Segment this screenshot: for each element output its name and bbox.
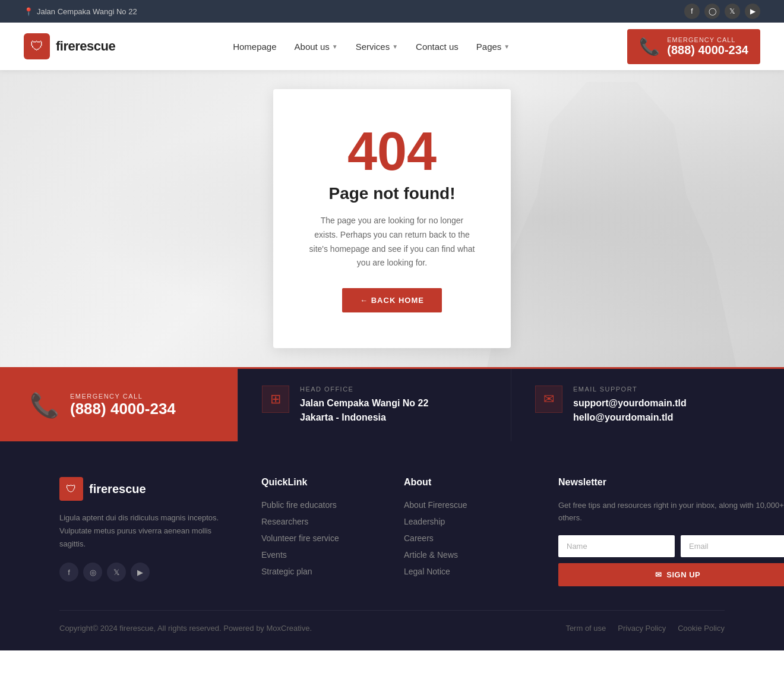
quicklink-3[interactable]: Events	[261, 550, 287, 560]
list-item: Events	[261, 549, 368, 560]
services-dropdown-icon: ▼	[392, 43, 398, 50]
quicklink-4[interactable]: Strategic plan	[261, 567, 312, 576]
footer-newsletter: Newsletter Get free tips and resources r…	[558, 477, 784, 586]
footer-facebook[interactable]: f	[59, 563, 78, 582]
nav-contact[interactable]: Contact us	[416, 25, 459, 68]
list-item: About Firerescue	[404, 500, 523, 510]
nav-pages[interactable]: Pages ▼	[476, 25, 510, 68]
footer-top: 🛡 firerescue Ligula aptent dui dis ridic…	[59, 477, 725, 586]
logo-text: firerescue	[56, 39, 115, 54]
footer-about: About About Firerescue Leadership Career…	[404, 477, 523, 586]
top-bar: 📍 Jalan Cempaka Wangi No 22 f ◯ 𝕏 ▶	[0, 0, 784, 23]
error-code: 404	[309, 125, 475, 178]
nav-homepage[interactable]: Homepage	[233, 25, 276, 68]
strip-emergency-label: EMERGENCY CALL	[70, 393, 176, 400]
bottom-legal-links: Term of use Privacy Policy Cookie Policy	[565, 624, 725, 633]
newsletter-input-row	[558, 535, 784, 557]
strip-emergency-number: (888) 4000-234	[70, 400, 176, 418]
error-title: Page not found!	[309, 184, 475, 203]
about-dropdown-icon: ▼	[332, 43, 338, 50]
about-link-4[interactable]: Legal Notice	[404, 567, 450, 576]
contact-offices: ⊞ HEAD OFFICE Jalan Cempaka Wangi No 22 …	[238, 369, 784, 441]
list-item: Strategic plan	[261, 566, 368, 577]
head-office-address: Jalan Cempaka Wangi No 22 Jakarta - Indo…	[300, 396, 428, 425]
list-item: Careers	[404, 533, 523, 544]
back-home-button[interactable]: ← BACK HOME	[342, 288, 442, 312]
terms-link[interactable]: Term of use	[565, 624, 606, 633]
quicklink-2[interactable]: Volunteer fire service	[261, 533, 339, 543]
emergency-strip: 📞 EMERGENCY CALL (888) 4000-234	[0, 369, 238, 441]
list-item: Legal Notice	[404, 566, 523, 577]
list-item: Article & News	[404, 549, 523, 560]
footer-instagram[interactable]: ◎	[83, 563, 102, 582]
quicklinks-list: Public fire educators Researchers Volunt…	[261, 500, 368, 577]
footer-description: Ligula aptent dui dis ridiculus magnis i…	[59, 511, 226, 551]
cookie-link[interactable]: Cookie Policy	[678, 624, 725, 633]
quicklink-1[interactable]: Researchers	[261, 517, 308, 526]
email-support-text: EMAIL SUPPORT support@yourdomain.tld hel…	[573, 386, 687, 425]
footer-bottom: Copyright© 2024 firerescue, All rights r…	[59, 610, 725, 633]
newsletter-email-input[interactable]	[681, 535, 784, 557]
location-icon: 📍	[24, 7, 33, 16]
pages-dropdown-icon: ▼	[504, 43, 510, 50]
error-card: 404 Page not found! The page you are loo…	[273, 89, 511, 348]
twitter-link[interactable]: 𝕏	[725, 4, 740, 19]
emergency-phone-icon: 📞	[639, 37, 660, 56]
email-icon: ✉	[535, 386, 562, 413]
instagram-link[interactable]: ◯	[704, 4, 720, 19]
address-text: Jalan Cempaka Wangi No 22	[37, 7, 137, 16]
youtube-link[interactable]: ▶	[745, 4, 760, 19]
newsletter-description: Get free tips and resources right in you…	[558, 500, 784, 525]
nav-services[interactable]: Services ▼	[356, 25, 398, 68]
emergency-label: EMERGENCY CALL	[667, 36, 748, 43]
office-building-icon: ⊞	[262, 386, 289, 413]
footer-quicklinks: QuickLink Public fire educators Research…	[261, 477, 368, 586]
about-list: About Firerescue Leadership Careers Arti…	[404, 500, 523, 577]
head-office-label: HEAD OFFICE	[300, 386, 428, 393]
about-link-1[interactable]: Leadership	[404, 517, 445, 526]
emergency-number: (888) 4000-234	[667, 43, 748, 57]
footer-youtube[interactable]: ▶	[131, 563, 150, 582]
main-nav: Homepage About us ▼ Services ▼ Contact u…	[233, 25, 510, 68]
footer-logo: 🛡 firerescue	[59, 477, 226, 501]
emergency-contact: EMERGENCY CALL (888) 4000-234	[667, 36, 748, 57]
footer-twitter[interactable]: 𝕏	[107, 563, 126, 582]
email-addresses: support@yourdomain.tld hello@yourdomain.…	[573, 396, 687, 425]
list-item: Researchers	[261, 516, 368, 527]
address-bar: 📍 Jalan Cempaka Wangi No 22	[24, 7, 137, 16]
quicklinks-title: QuickLink	[261, 477, 368, 488]
newsletter-form: ✉ SIGN UP	[558, 535, 784, 586]
hero-section: 404 Page not found! The page you are loo…	[0, 70, 784, 367]
newsletter-signup-button[interactable]: ✉ SIGN UP	[558, 563, 784, 586]
site-footer: 🛡 firerescue Ligula aptent dui dis ridic…	[0, 441, 784, 650]
about-title: About	[404, 477, 523, 488]
about-link-0[interactable]: About Firerescue	[404, 500, 467, 510]
list-item: Leadership	[404, 516, 523, 527]
about-link-3[interactable]: Article & News	[404, 550, 458, 560]
strip-phone-icon: 📞	[30, 391, 59, 419]
head-office-text: HEAD OFFICE Jalan Cempaka Wangi No 22 Ja…	[300, 386, 428, 425]
footer-logo-icon: 🛡	[59, 477, 83, 501]
head-office: ⊞ HEAD OFFICE Jalan Cempaka Wangi No 22 …	[238, 369, 511, 441]
list-item: Public fire educators	[261, 500, 368, 510]
social-links: f ◯ 𝕏 ▶	[684, 4, 760, 19]
facebook-link[interactable]: f	[684, 4, 700, 19]
quicklink-0[interactable]: Public fire educators	[261, 500, 337, 510]
footer-socials: f ◎ 𝕏 ▶	[59, 563, 226, 582]
email-support-label: EMAIL SUPPORT	[573, 386, 687, 393]
signup-label: SIGN UP	[666, 570, 700, 579]
list-item: Volunteer fire service	[261, 533, 368, 544]
newsletter-title: Newsletter	[558, 477, 784, 488]
contact-strip: 📞 EMERGENCY CALL (888) 4000-234 ⊞ HEAD O…	[0, 367, 784, 441]
footer-brand: 🛡 firerescue Ligula aptent dui dis ridic…	[59, 477, 226, 586]
privacy-link[interactable]: Privacy Policy	[618, 624, 666, 633]
footer-logo-text: firerescue	[89, 482, 146, 496]
site-logo[interactable]: 🛡 firerescue	[24, 33, 115, 59]
site-header: 🛡 firerescue Homepage About us ▼ Service…	[0, 23, 784, 70]
newsletter-name-input[interactable]	[558, 535, 675, 557]
error-description: The page you are looking for no longer e…	[309, 214, 475, 270]
email-support: ✉ EMAIL SUPPORT support@yourdomain.tld h…	[511, 369, 784, 441]
about-link-2[interactable]: Careers	[404, 533, 434, 543]
nav-about[interactable]: About us ▼	[295, 25, 338, 68]
mail-icon: ✉	[655, 570, 662, 579]
